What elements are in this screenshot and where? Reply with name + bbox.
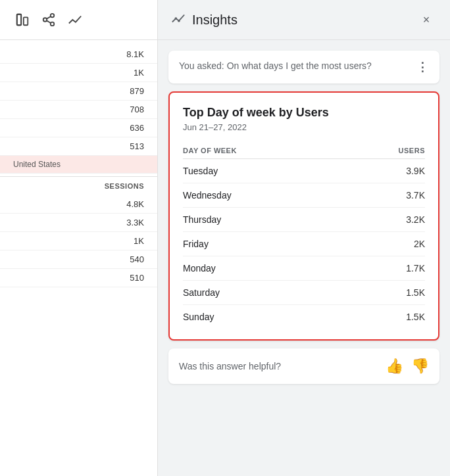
insights-panel: Insights × You asked: On what days I get… xyxy=(158,0,450,476)
svg-rect-1 xyxy=(24,17,28,25)
metric-row: 1K xyxy=(0,64,157,82)
table-row: Thursday3.2K xyxy=(183,208,425,232)
metric-value: 510 xyxy=(130,273,144,283)
metric-value: 3.3K xyxy=(126,218,144,227)
users-cell: 3.9K xyxy=(345,159,425,183)
day-cell: Wednesday xyxy=(183,183,345,208)
metric-row: 879 xyxy=(0,82,157,101)
highlighted-country-row: United States xyxy=(0,156,157,174)
svg-rect-0 xyxy=(17,14,21,26)
day-cell: Saturday xyxy=(183,281,345,305)
users-cell: 2K xyxy=(345,232,425,256)
sessions-section-header: SESSIONS xyxy=(0,176,157,195)
day-cell: Tuesday xyxy=(183,159,345,183)
insights-title: Insights xyxy=(192,12,409,28)
metric-row: 510 xyxy=(0,269,157,287)
table-row: Saturday1.5K xyxy=(183,281,425,305)
table-row: Friday2K xyxy=(183,232,425,256)
question-text: You asked: On what days I get the most u… xyxy=(179,60,411,73)
day-cell: Friday xyxy=(183,232,345,256)
question-card: You asked: On what days I get the most u… xyxy=(168,51,439,83)
metric-value: 636 xyxy=(130,123,144,133)
metric-value: 4.8K xyxy=(126,199,144,209)
svg-point-4 xyxy=(43,18,47,22)
sessions-col2: SESSIONS xyxy=(105,182,144,190)
metric-row: 540 xyxy=(0,250,157,269)
metric-value: 8.1K xyxy=(126,49,144,59)
share-icon[interactable] xyxy=(39,11,58,29)
data-card-subtitle: Jun 21–27, 2022 xyxy=(183,122,425,132)
feedback-icons: 👍 👎 xyxy=(386,358,429,375)
users-cell: 3.2K xyxy=(345,208,425,232)
metric-row: 1K xyxy=(0,232,157,250)
day-cell: Sunday xyxy=(183,305,345,329)
close-button[interactable]: × xyxy=(416,9,437,30)
metric-row: 8.1K xyxy=(0,45,157,64)
users-cell: 1.5K xyxy=(345,305,425,329)
table-row: Sunday1.5K xyxy=(183,305,425,329)
day-cell: Thursday xyxy=(183,208,345,232)
metric-value: 1K xyxy=(134,68,144,78)
svg-point-5 xyxy=(51,22,55,26)
trend-icon[interactable] xyxy=(66,11,84,29)
insights-body: You asked: On what days I get the most u… xyxy=(158,40,450,476)
feedback-card: Was this answer helpful? 👍 👎 xyxy=(168,348,439,384)
metric-value: 708 xyxy=(130,105,144,114)
left-content: 8.1K 1K 879 708 636 513 United States xyxy=(0,40,157,476)
metric-row: 3.3K xyxy=(0,214,157,232)
table-row: Wednesday3.7K xyxy=(183,183,425,208)
svg-point-3 xyxy=(51,14,55,18)
chart-icon[interactable] xyxy=(13,11,32,29)
data-card-title: Top Day of week by Users xyxy=(183,106,425,120)
metric-row: 4.8K xyxy=(0,195,157,214)
insights-header-icon xyxy=(171,11,186,29)
table-row: Tuesday3.9K xyxy=(183,159,425,183)
metric-value: 540 xyxy=(130,254,144,264)
metrics-list: 8.1K 1K 879 708 636 513 United States xyxy=(0,40,157,293)
svg-point-9 xyxy=(178,19,180,22)
metric-row: 513 xyxy=(0,137,157,156)
left-panel: 8.1K 1K 879 708 636 513 United States xyxy=(0,0,158,476)
svg-point-8 xyxy=(175,17,178,20)
col-header-users: USERS xyxy=(345,143,425,159)
metric-value: 513 xyxy=(130,141,144,151)
metric-row: 636 xyxy=(0,119,157,137)
svg-line-7 xyxy=(47,16,51,19)
thumbs-up-icon[interactable]: 👍 xyxy=(386,358,403,375)
feedback-text: Was this answer helpful? xyxy=(179,361,281,371)
data-table: DAY OF WEEK USERS Tuesday3.9KWednesday3.… xyxy=(183,143,425,329)
svg-rect-2 xyxy=(17,14,21,26)
insights-header: Insights × xyxy=(158,0,450,40)
svg-line-6 xyxy=(47,20,51,23)
col-header-day: DAY OF WEEK xyxy=(183,143,345,159)
table-row: Monday1.7K xyxy=(183,256,425,281)
metric-value: 879 xyxy=(130,86,144,96)
users-cell: 3.7K xyxy=(345,183,425,208)
more-options-icon[interactable]: ⋮ xyxy=(416,60,429,74)
data-card: Top Day of week by Users Jun 21–27, 2022… xyxy=(168,91,439,341)
country-label: United States xyxy=(13,160,144,169)
left-toolbar xyxy=(0,0,157,40)
metric-row: 708 xyxy=(0,101,157,119)
thumbs-down-icon[interactable]: 👎 xyxy=(411,358,429,375)
users-cell: 1.5K xyxy=(345,281,425,305)
metric-value: 1K xyxy=(134,236,144,246)
users-cell: 1.7K xyxy=(345,256,425,281)
day-cell: Monday xyxy=(183,256,345,281)
